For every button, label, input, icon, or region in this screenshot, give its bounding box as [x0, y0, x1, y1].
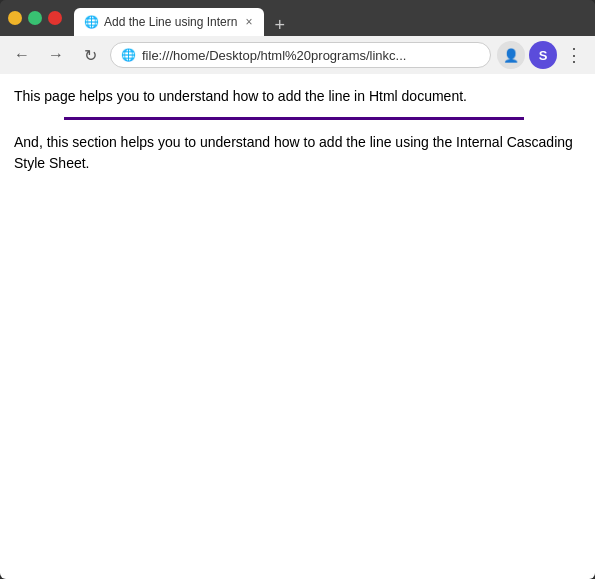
maximize-button[interactable] [28, 11, 42, 25]
nav-bar: ← → ↻ 🌐 👤 S ⋮ [0, 36, 595, 74]
title-bar: 🌐 Add the Line using Intern × + [0, 0, 595, 36]
tab-title: Add the Line using Intern [104, 15, 237, 29]
new-tab-button[interactable]: + [268, 15, 291, 36]
profile-symbol: 👤 [503, 48, 519, 63]
tab-favicon-icon: 🌐 [84, 15, 98, 29]
page-text-1: This page helps you to understand how to… [14, 86, 581, 107]
address-input[interactable] [142, 48, 480, 63]
menu-button[interactable]: ⋮ [561, 42, 587, 68]
close-button[interactable] [48, 11, 62, 25]
page-text-2: And, this section helps you to understan… [14, 132, 581, 174]
forward-button[interactable]: → [42, 41, 70, 69]
nav-actions: 👤 S ⋮ [497, 41, 587, 69]
back-button[interactable]: ← [8, 41, 36, 69]
address-bar-container[interactable]: 🌐 [110, 42, 491, 68]
browser-window: 🌐 Add the Line using Intern × + ← → ↻ 🌐 … [0, 0, 595, 579]
reload-button[interactable]: ↻ [76, 41, 104, 69]
tab-close-button[interactable]: × [243, 15, 254, 29]
profile-icon[interactable]: 👤 [497, 41, 525, 69]
address-favicon-icon: 🌐 [121, 48, 136, 62]
tab-bar: 🌐 Add the Line using Intern × + [74, 0, 587, 36]
purple-line [64, 117, 524, 120]
avatar-button[interactable]: S [529, 41, 557, 69]
active-tab[interactable]: 🌐 Add the Line using Intern × [74, 8, 264, 36]
minimize-button[interactable] [8, 11, 22, 25]
page-content: This page helps you to understand how to… [0, 74, 595, 579]
window-controls [8, 11, 62, 25]
